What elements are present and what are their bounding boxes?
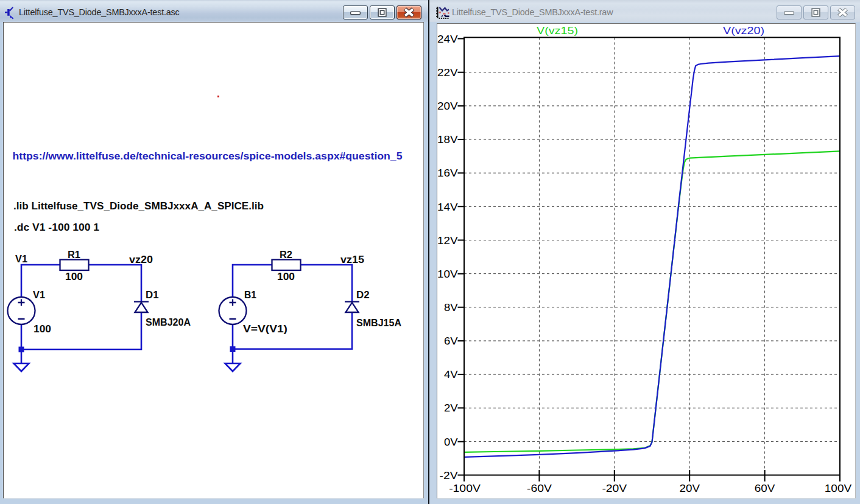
svg-text:R2: R2	[280, 250, 292, 260]
svg-text:-2V: -2V	[440, 470, 459, 481]
svg-text:100: 100	[65, 271, 83, 282]
svg-text:V(vz20): V(vz20)	[723, 25, 764, 37]
svg-text:12V: 12V	[437, 235, 458, 247]
svg-text:22V: 22V	[437, 67, 458, 79]
svg-text:vz15: vz15	[340, 254, 364, 265]
svg-text:SMBJ15A: SMBJ15A	[356, 318, 401, 328]
svg-text:20V: 20V	[437, 100, 458, 112]
svg-text:8V: 8V	[444, 302, 458, 313]
svg-text:24V: 24V	[437, 33, 458, 45]
svg-text:-100V: -100V	[449, 483, 481, 494]
svg-text:60V: 60V	[755, 483, 775, 494]
svg-text:10V: 10V	[437, 268, 458, 280]
svg-text:V1: V1	[15, 254, 27, 264]
svg-text:https://www.littelfuse.de/tech: https://www.littelfuse.de/technical-reso…	[13, 151, 403, 161]
svg-text:B1: B1	[244, 290, 256, 300]
svg-text:V(vz15): V(vz15)	[537, 25, 578, 37]
svg-text:100V: 100V	[825, 483, 852, 494]
svg-text:-60V: -60V	[527, 483, 552, 494]
svg-text:-20V: -20V	[602, 483, 627, 494]
svg-text:V=V(V1): V=V(V1)	[243, 324, 287, 334]
svg-text:100: 100	[33, 324, 51, 334]
svg-text:R1: R1	[68, 250, 80, 260]
svg-text:18V: 18V	[437, 134, 458, 145]
svg-text:20V: 20V	[679, 483, 700, 494]
svg-text:100: 100	[277, 271, 295, 282]
svg-text:.dc V1 -100 100 1: .dc V1 -100 100 1	[14, 222, 99, 233]
svg-text:4V: 4V	[444, 369, 458, 380]
svg-text:14V: 14V	[437, 201, 458, 213]
svg-text:D2: D2	[356, 290, 370, 300]
svg-text:6V: 6V	[444, 335, 458, 347]
svg-text:V1: V1	[33, 290, 45, 300]
svg-text:0V: 0V	[444, 436, 458, 448]
svg-text:.lib Littelfuse_TVS_Diode_SMBJ: .lib Littelfuse_TVS_Diode_SMBJxxxA_A_SPI…	[13, 201, 264, 211]
svg-text:D1: D1	[146, 290, 159, 300]
svg-text:2V: 2V	[444, 402, 458, 414]
svg-text:16V: 16V	[437, 167, 458, 179]
svg-text:SMBJ20A: SMBJ20A	[146, 317, 191, 327]
svg-text:vz20: vz20	[129, 254, 153, 265]
